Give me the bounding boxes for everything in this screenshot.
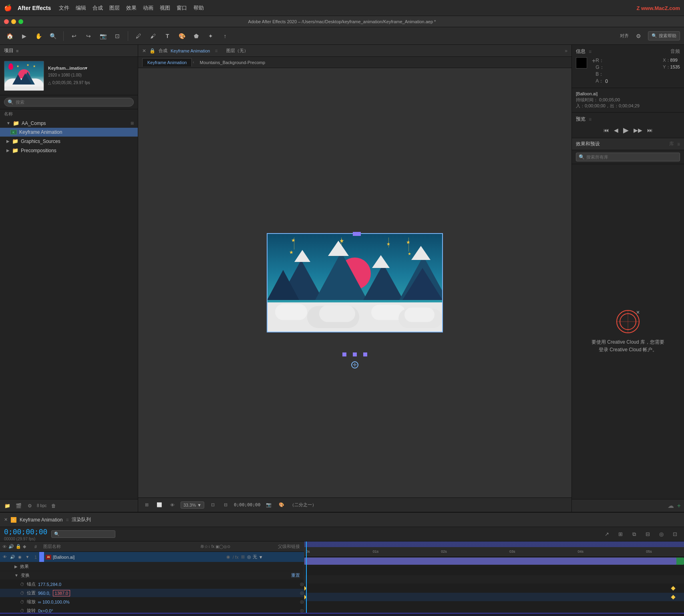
- work-area-bar[interactable]: [304, 542, 684, 547]
- project-search-input[interactable]: [16, 100, 130, 105]
- canvas-btn[interactable]: ⬜: [155, 501, 164, 509]
- expand-icon[interactable]: »: [565, 48, 567, 54]
- stopwatch-icon[interactable]: ⏱: [20, 591, 24, 596]
- pen-tool[interactable]: 🖊: [133, 30, 144, 42]
- minimize-button[interactable]: [11, 19, 16, 24]
- menu-effect[interactable]: 效果: [126, 4, 137, 12]
- preview-menu-icon[interactable]: ≡: [589, 117, 591, 122]
- color-swatch[interactable]: [576, 57, 587, 68]
- tl-btn-2[interactable]: ⊞: [615, 529, 626, 540]
- text-tool[interactable]: T: [162, 30, 173, 42]
- fit-btn[interactable]: ⊡: [208, 501, 217, 509]
- zoom-dropdown[interactable]: 33.3% ▼: [181, 501, 204, 509]
- menu-edit[interactable]: 编辑: [76, 4, 86, 12]
- menu-layer[interactable]: 图层: [109, 4, 120, 12]
- add-btn[interactable]: +: [677, 502, 681, 509]
- info-menu-icon[interactable]: ≡: [589, 49, 591, 54]
- timeline-close-icon[interactable]: ✕: [4, 517, 8, 522]
- handle-bl[interactable]: [342, 352, 346, 356]
- settings-btn[interactable]: ⚙: [26, 502, 34, 510]
- effects-search-wrapper[interactable]: 🔍: [576, 153, 680, 161]
- close-button[interactable]: [4, 19, 9, 24]
- stopwatch-icon[interactable]: ⏱: [20, 582, 24, 587]
- folder-precompositions[interactable]: ▶ 📁 Precompositions: [0, 146, 138, 155]
- menu-composition[interactable]: 合成: [93, 4, 103, 12]
- handle-br[interactable]: [363, 352, 367, 356]
- undo-btn[interactable]: ↩: [68, 30, 80, 42]
- menu-animation[interactable]: 动画: [143, 4, 153, 12]
- dropdown-icon[interactable]: ▼: [259, 555, 263, 560]
- render-queue-label[interactable]: 渲染队列: [72, 516, 91, 523]
- folder-graphics[interactable]: ▶ 📁 Graphics_Sources: [0, 137, 138, 146]
- motion-blur-icon[interactable]: ⊞: [241, 554, 245, 560]
- menu-window[interactable]: 窗口: [177, 4, 187, 12]
- close-tab-icon[interactable]: ✕: [142, 48, 146, 54]
- tl-btn-5[interactable]: ◎: [656, 529, 666, 540]
- zoom-tool[interactable]: 🔍: [47, 30, 58, 42]
- expand-icon[interactable]: ▼: [24, 554, 30, 560]
- position-value-x[interactable]: 960.0,: [38, 591, 50, 596]
- brush-tool[interactable]: 🖌: [147, 30, 159, 42]
- solo-switch-icon[interactable]: ◉: [226, 554, 230, 560]
- timeline-search-input[interactable]: [61, 532, 113, 537]
- fx-icon[interactable]: / fx: [233, 555, 239, 560]
- puppet-tool[interactable]: ✦: [205, 30, 216, 42]
- cloud-icon[interactable]: ☁: [668, 502, 674, 509]
- menu-help[interactable]: 帮助: [193, 4, 204, 12]
- tl-btn-3[interactable]: ⧉: [629, 529, 639, 540]
- menu-view[interactable]: 视图: [160, 4, 170, 12]
- audio-icon[interactable]: 🔊: [9, 554, 15, 560]
- reset-label[interactable]: 重置: [291, 572, 300, 578]
- stopwatch-icon[interactable]: ⏱: [20, 608, 24, 613]
- skip-end-btn[interactable]: ⏭: [647, 127, 653, 133]
- render-btn[interactable]: ⊞: [142, 501, 151, 509]
- effects-menu-icon[interactable]: ≡: [677, 141, 680, 147]
- shape-tool[interactable]: ↑: [219, 30, 231, 42]
- prev-frame-btn[interactable]: ◀: [614, 127, 618, 133]
- tl-btn-1[interactable]: ↗: [602, 529, 612, 540]
- scale-value[interactable]: ∞ 100.0,100.0%: [38, 600, 70, 604]
- search-help[interactable]: 🔍 搜索帮助: [648, 31, 680, 40]
- timeline-timecode[interactable]: 0;00;00;00: [4, 527, 47, 536]
- anchor-value[interactable]: 177.5,284.0: [38, 582, 61, 587]
- apple-menu[interactable]: 🍎: [4, 4, 12, 12]
- cc-close-icon[interactable]: ✕: [636, 310, 640, 315]
- color-btn[interactable]: 🎨: [277, 501, 286, 509]
- new-comp-btn[interactable]: 🎬: [14, 502, 22, 510]
- pixel-btn[interactable]: ⊟: [221, 501, 230, 509]
- timeline-search-box[interactable]: 🔍: [51, 530, 115, 538]
- effects-subrow-header[interactable]: ▶ 效果: [0, 562, 304, 571]
- menu-file[interactable]: 文件: [59, 4, 69, 12]
- delete-btn[interactable]: 🗑: [50, 502, 58, 510]
- folder-aa-comps[interactable]: ▼ 📁 AA_Comps ⊞: [0, 119, 138, 128]
- next-frame-btn[interactable]: ▶▶: [634, 127, 642, 133]
- menu-icon[interactable]: ≡: [16, 48, 18, 53]
- effects-search-input[interactable]: [586, 155, 677, 159]
- path-tool[interactable]: ⬟: [191, 30, 202, 42]
- view-btn[interactable]: 👁: [168, 501, 177, 509]
- hand-tool[interactable]: ✋: [33, 30, 44, 42]
- tab-mountains-precomp[interactable]: Mountains_Background-Precomp: [195, 58, 270, 66]
- select-tool[interactable]: ▶: [18, 30, 30, 42]
- play-btn[interactable]: ▶: [623, 126, 629, 135]
- solo-icon[interactable]: ◉: [17, 554, 23, 560]
- camera-tool[interactable]: 📷: [97, 30, 109, 42]
- settings-btn[interactable]: ⚙: [633, 30, 644, 42]
- skip-start-btn[interactable]: ⏮: [604, 127, 609, 133]
- folder-options-icon[interactable]: ⊞: [131, 121, 134, 125]
- maximize-button[interactable]: [18, 19, 23, 24]
- tl-btn-6[interactable]: ⊡: [670, 529, 680, 540]
- tab-keyframe-animation[interactable]: Keyframe Animation: [142, 58, 192, 66]
- timecode-display[interactable]: 0;00;00;00: [234, 502, 260, 507]
- layer-balloon-row[interactable]: 👁 🔊 ◉ ▼ 1 Ai [Balloon.ai] ◉ / fx ⊞: [0, 552, 304, 562]
- paint-tool[interactable]: 🎨: [176, 30, 187, 42]
- playhead[interactable]: [306, 542, 307, 556]
- project-search-wrapper[interactable]: 🔍: [4, 98, 134, 107]
- chevron-right-icon[interactable]: ▶: [14, 564, 18, 569]
- rotation-value[interactable]: 0x+0.0°: [38, 608, 53, 613]
- transform-subrow-header[interactable]: ▼ 变换 重置: [0, 571, 304, 580]
- new-folder-btn[interactable]: 📁: [3, 502, 11, 510]
- handle-bm[interactable]: [353, 352, 357, 356]
- home-btn[interactable]: 🏠: [4, 30, 15, 42]
- visibility-icon[interactable]: 👁: [2, 554, 8, 560]
